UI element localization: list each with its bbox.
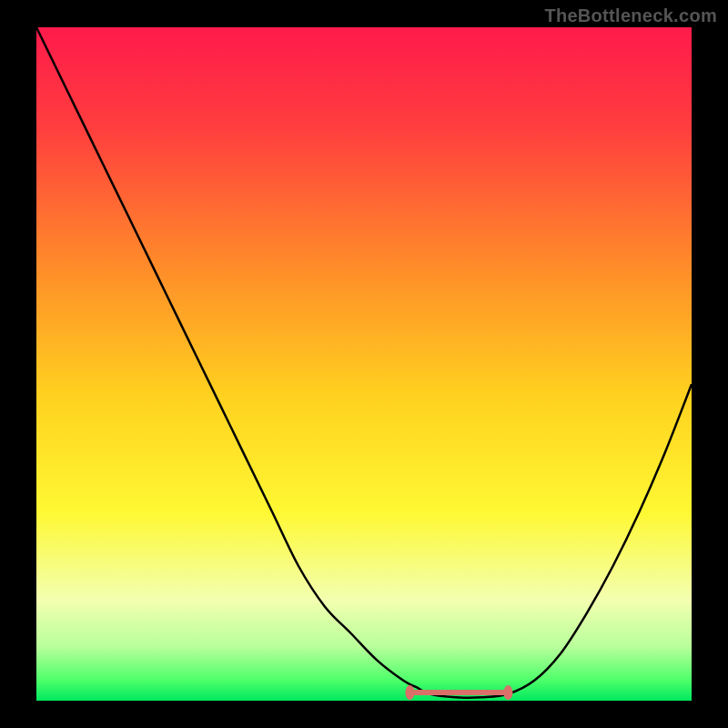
optimal-range-cap-left [405,685,414,700]
chart-frame: TheBottleneck.com [0,0,728,728]
optimal-range-cap-right [503,685,512,700]
bottleneck-chart [0,0,728,728]
watermark-text: TheBottleneck.com [544,5,717,26]
plot-background [36,27,692,701]
